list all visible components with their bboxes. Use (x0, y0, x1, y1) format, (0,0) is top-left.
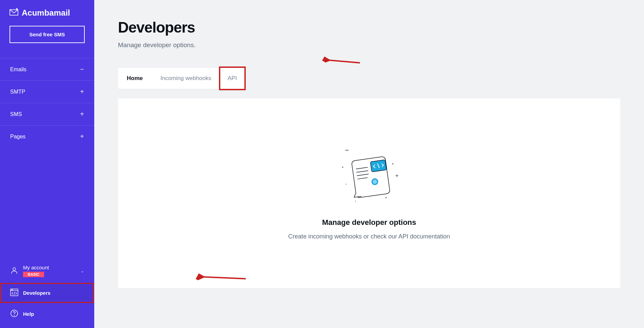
my-account-button[interactable]: My account BASIC ⌄ (0, 259, 94, 283)
bottom-item-label: Developers (23, 290, 51, 296)
svg-point-9 (346, 150, 347, 151)
svg-point-11 (346, 184, 346, 185)
nav-label: SMTP (10, 89, 25, 95)
nav-label: Emails (10, 66, 26, 73)
tabs: Home Incoming webhooks API (118, 68, 244, 89)
sidebar-item-emails[interactable]: Emails − (0, 58, 94, 80)
expand-icon: + (80, 110, 84, 118)
main-content: Developers Manage developer options. Hom… (94, 0, 644, 328)
bottom-item-label: Help (23, 311, 34, 317)
brand-name: Acumbamail (22, 8, 70, 18)
tab-home[interactable]: Home (118, 68, 152, 89)
sidebar-nav: Emails − SMTP + SMS + Pages + (0, 58, 94, 148)
empty-state-title: Manage developer options (322, 218, 416, 227)
account-label: My account (23, 265, 76, 270)
svg-line-6 (14, 292, 15, 295)
svg-point-5 (13, 290, 13, 290)
sidebar-item-sms[interactable]: SMS + (0, 103, 94, 125)
plan-badge: BASIC (23, 272, 44, 277)
help-icon (10, 309, 18, 319)
user-icon (10, 266, 18, 276)
empty-state-description: Create incoming webhooks or check our AP… (288, 233, 450, 240)
content-card: Manage developer options Create incoming… (118, 98, 620, 288)
sidebar-item-help[interactable]: Help (0, 303, 94, 325)
send-free-sms-button[interactable]: Send free SMS (9, 26, 85, 43)
svg-point-1 (13, 268, 16, 270)
nav-label: SMS (10, 111, 22, 117)
sidebar-item-pages[interactable]: Pages + (0, 125, 94, 148)
tab-api[interactable]: API (219, 66, 246, 90)
expand-icon: + (80, 133, 84, 140)
page-title: Developers (118, 19, 620, 36)
svg-line-29 (328, 49, 360, 75)
svg-point-12 (393, 163, 394, 164)
collapse-icon: − (80, 65, 84, 73)
tab-incoming-webhooks[interactable]: Incoming webhooks (152, 68, 220, 89)
sidebar-item-smtp[interactable]: SMTP + (0, 80, 94, 103)
svg-point-14 (355, 201, 356, 201)
mail-icon (9, 8, 18, 18)
svg-point-10 (342, 167, 343, 168)
chevron-down-icon: ⌄ (81, 269, 84, 273)
nav-label: Pages (10, 134, 25, 140)
sidebar-item-developers[interactable]: Developers (0, 283, 94, 303)
expand-icon: + (80, 88, 84, 96)
brand-logo[interactable]: Acumbamail (9, 8, 85, 18)
svg-point-8 (14, 315, 15, 316)
svg-point-4 (12, 290, 12, 290)
code-window-icon (10, 289, 18, 297)
svg-point-13 (386, 197, 387, 198)
page-subtitle: Manage developer options. (118, 41, 620, 49)
sidebar: Acumbamail Send free SMS Emails − SMTP +… (0, 0, 94, 328)
empty-state-illustration (335, 147, 403, 208)
